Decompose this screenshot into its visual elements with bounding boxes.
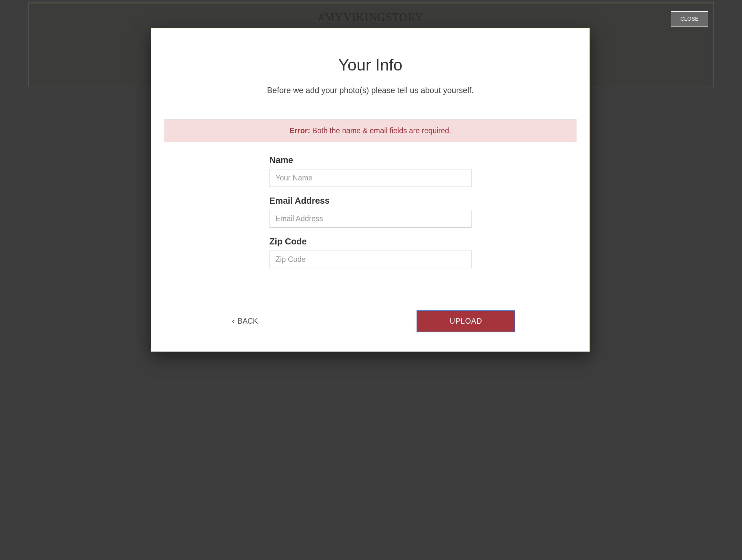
name-label: Name	[269, 155, 472, 165]
error-message: Both the name & email fields are require…	[310, 126, 451, 135]
name-form-group: Name	[269, 155, 472, 187]
name-input[interactable]	[269, 169, 472, 187]
email-form-group: Email Address	[269, 196, 472, 227]
zip-label: Zip Code	[269, 237, 472, 247]
error-banner: Error: Both the name & email fields are …	[164, 119, 577, 142]
your-info-modal: Your Info Before we add your photo(s) pl…	[151, 28, 590, 352]
back-button-label: BACK	[237, 317, 258, 325]
modal-footer: ‹ BACK UPLOAD	[164, 310, 577, 332]
back-button[interactable]: ‹ BACK	[232, 317, 258, 325]
modal-overlay: CLOSE Your Info Before we add your photo…	[0, 0, 742, 560]
zip-form-group: Zip Code	[269, 237, 472, 268]
email-input[interactable]	[269, 210, 472, 227]
error-label: Error:	[289, 126, 310, 135]
upload-button[interactable]: UPLOAD	[417, 310, 515, 332]
email-label: Email Address	[269, 196, 472, 206]
close-button[interactable]: CLOSE	[671, 11, 708, 27]
form-wrapper: Name Email Address Zip Code	[269, 155, 472, 268]
modal-title: Your Info	[164, 56, 577, 74]
chevron-left-icon: ‹	[232, 318, 234, 325]
modal-subtitle: Before we add your photo(s) please tell …	[164, 86, 577, 95]
zip-input[interactable]	[269, 251, 472, 268]
